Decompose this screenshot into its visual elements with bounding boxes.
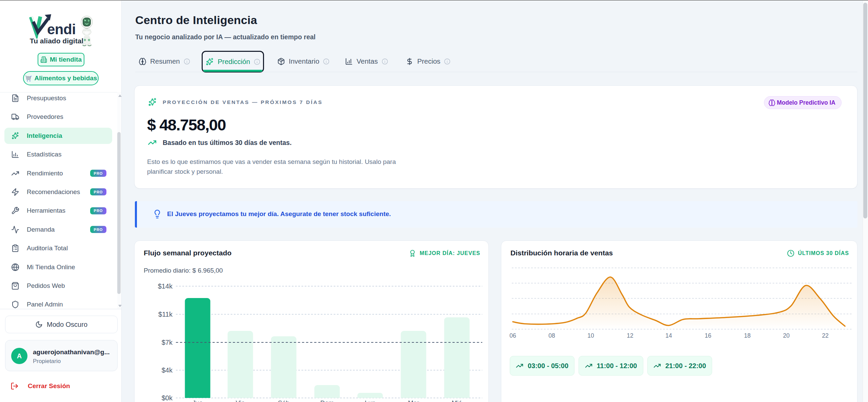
svg-text:22: 22 <box>822 332 828 339</box>
svg-text:$11k: $11k <box>158 311 173 318</box>
svg-text:$14k: $14k <box>158 282 173 290</box>
svg-text:endi: endi <box>47 21 76 37</box>
svg-text:14: 14 <box>665 332 672 339</box>
svg-text:20: 20 <box>783 332 790 339</box>
svg-text:16: 16 <box>705 332 711 339</box>
svg-text:Sáb: Sáb <box>278 399 289 402</box>
svg-text:18: 18 <box>744 332 750 339</box>
svg-text:10: 10 <box>587 332 594 339</box>
svg-text:Mié: Mié <box>452 399 462 402</box>
svg-text:Mar: Mar <box>408 399 419 402</box>
svg-text:$0k: $0k <box>162 394 173 402</box>
svg-text:Vie: Vie <box>236 399 245 402</box>
svg-text:$7k: $7k <box>162 339 173 346</box>
svg-text:$4k: $4k <box>162 366 173 374</box>
svg-text:08: 08 <box>548 332 555 339</box>
svg-text:Dom: Dom <box>320 399 334 402</box>
svg-text:12: 12 <box>627 332 633 339</box>
svg-text:Lun: Lun <box>365 399 376 402</box>
svg-text:06: 06 <box>509 332 516 339</box>
svg-text:Jue: Jue <box>193 399 203 402</box>
